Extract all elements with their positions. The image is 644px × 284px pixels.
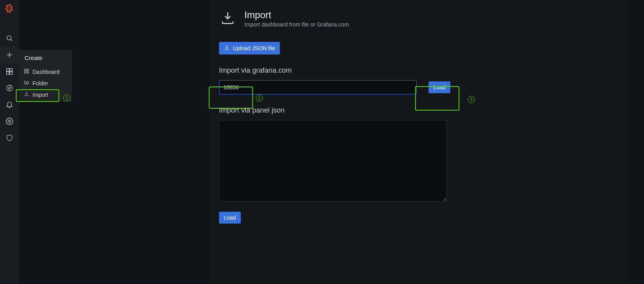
svg-rect-13 — [25, 71, 26, 73]
dashboards-icon[interactable] — [0, 63, 19, 80]
folder-plus-icon — [24, 80, 29, 87]
left-sidebar — [0, 0, 19, 284]
svg-rect-11 — [25, 69, 26, 71]
alerting-bell-icon[interactable] — [0, 96, 19, 113]
load-label: Load — [433, 84, 446, 90]
import-icon — [24, 91, 29, 98]
import-large-icon — [219, 9, 236, 27]
load-json-button[interactable]: Load — [219, 212, 241, 224]
plus-icon[interactable] — [0, 47, 19, 63]
page-title: Import — [244, 9, 349, 21]
search-icon[interactable] — [0, 30, 19, 47]
grafana-id-input[interactable] — [219, 80, 417, 94]
upload-json-label: Upload JSON file — [233, 45, 275, 51]
submenu-item-dashboard[interactable]: Dashboard — [19, 66, 72, 77]
svg-rect-14 — [27, 71, 28, 73]
svg-point-10 — [9, 120, 11, 122]
submenu-item-label: Dashboard — [32, 69, 60, 75]
svg-rect-4 — [7, 69, 9, 71]
svg-rect-6 — [7, 72, 9, 75]
upload-icon — [224, 45, 230, 52]
load-grafana-button[interactable]: Load — [429, 81, 450, 93]
shield-icon[interactable] — [0, 130, 19, 146]
submenu-item-label: Folder — [32, 80, 48, 87]
upload-json-button[interactable]: Upload JSON file — [219, 42, 280, 55]
submenu-item-label: Import — [32, 92, 48, 98]
section-import-grafana: Import via grafana.com — [219, 66, 619, 75]
section-import-json: Import via panel json — [219, 106, 619, 115]
svg-rect-5 — [10, 69, 13, 71]
submenu-header: Create — [19, 50, 72, 66]
main-panel: Import Import dashboard from file or Gra… — [210, 0, 629, 284]
svg-line-1 — [11, 39, 12, 41]
svg-point-0 — [7, 36, 11, 40]
submenu-item-folder[interactable]: Folder — [19, 77, 72, 89]
page-subtitle: Import dashboard from file or Grafana.co… — [244, 21, 349, 28]
svg-marker-9 — [9, 87, 10, 90]
svg-rect-7 — [10, 72, 13, 75]
annotation-badge-2: 2 — [256, 94, 263, 102]
annotation-badge-1: 1 — [63, 94, 70, 102]
grafana-logo-icon[interactable] — [4, 3, 15, 14]
svg-point-8 — [7, 85, 13, 91]
annotation-badge-3: 3 — [468, 96, 475, 103]
grafana-import-row: Load — [219, 80, 619, 94]
panel-json-textarea[interactable] — [219, 120, 447, 201]
page-header: Import Import dashboard from file or Gra… — [219, 9, 619, 28]
settings-gear-icon[interactable] — [0, 113, 19, 130]
create-submenu: Create Dashboard Folder Import — [19, 50, 72, 102]
dashboard-small-icon — [24, 68, 29, 75]
svg-rect-12 — [27, 69, 28, 71]
explore-icon[interactable] — [0, 80, 19, 96]
load-label-2: Load — [224, 214, 236, 221]
